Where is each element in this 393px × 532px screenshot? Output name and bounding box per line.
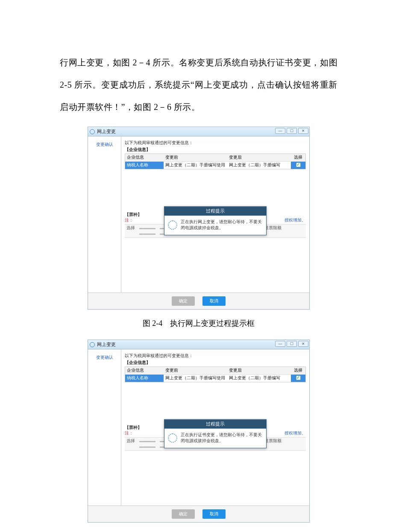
th-info: 企业信息 (125, 367, 164, 374)
auth-link[interactable]: 授权增加。 (284, 218, 306, 223)
section-label: 【企业信息】 (125, 360, 306, 366)
sidebar: 变更确认 (88, 136, 121, 293)
app-icon (90, 129, 95, 134)
cell-name: 纳税人名称 (125, 375, 164, 382)
process-dialog: 过程提示 正在执行网上变更，请您耐心等待，不要关闭电源或拔掉金税盘。 (164, 206, 267, 235)
dialog-text: 正在执行网上变更，请您耐心等待，不要关闭电源或拔掉金税盘。 (181, 219, 263, 231)
minimize-button[interactable]: — (275, 341, 285, 347)
cell-before: 网上变更（二期）手册编写使用 (164, 162, 227, 169)
window-controls: — ☐ ✕ (275, 128, 308, 134)
window-title: 网上变更 (97, 128, 116, 135)
note-label: 【票种】 (125, 212, 142, 217)
spinner-icon (168, 221, 177, 230)
window-controls: — ☐ ✕ (275, 341, 308, 347)
th-select: 选择 (291, 367, 305, 374)
main-panel: 以下为税局审核通过的可变更信息： 【企业信息】 企业信息 变更前 变更后 选择 … (121, 136, 309, 293)
info-table: 企业信息 变更前 变更后 选择 纳税人名称 网上变更（二期）手册编写使用 网上变… (125, 366, 306, 382)
cancel-button[interactable]: 取消 (202, 509, 226, 519)
th-after: 变更后 (227, 367, 291, 374)
cell-name: 纳税人名称 (125, 162, 164, 169)
spinner-icon (168, 434, 177, 443)
maximize-button[interactable]: ☐ (287, 128, 297, 134)
ok-button[interactable]: 确定 (172, 509, 195, 519)
main-panel: 以下为税局审核通过的可变更信息： 【企业信息】 企业信息 变更前 变更后 选择 … (121, 349, 309, 505)
titlebar: 网上变更 — ☐ ✕ (88, 340, 309, 349)
section-label: 【企业信息】 (125, 147, 306, 153)
cell-check[interactable] (291, 375, 305, 382)
th-select: 选择 (291, 154, 305, 161)
checkbox-icon[interactable] (296, 163, 301, 167)
figure-caption-1: 图 2-4 执行网上变更过程提示框 (60, 318, 337, 328)
cell-after: 网上变更（二期）手册编写 (227, 162, 291, 169)
th-after: 变更后 (227, 154, 291, 161)
dialog-title: 过程提示 (164, 207, 266, 216)
t2-select: 选择 (125, 225, 138, 237)
app-window-2: 网上变更 — ☐ ✕ 变更确认 以下为税局审核通过的可变更信息： 【企业信息】 … (88, 340, 310, 523)
titlebar: 网上变更 — ☐ ✕ (88, 127, 309, 136)
panel-header: 以下为税局审核通过的可变更信息： (125, 353, 306, 359)
cancel-button[interactable]: 取消 (202, 296, 226, 306)
dialog-footer: 确定 取消 (88, 293, 309, 309)
table-row[interactable]: 纳税人名称 网上变更（二期）手册编写使用 网上变更（二期）手册编写 (125, 162, 305, 169)
note-prefix: 注： (125, 218, 133, 222)
close-button[interactable]: ✕ (298, 128, 308, 134)
auth-link[interactable]: 授权增加。 (284, 431, 306, 436)
cell-check[interactable] (291, 162, 305, 169)
window-title: 网上变更 (97, 341, 116, 348)
cell-after: 网上变更（二期）手册编写 (227, 375, 291, 382)
maximize-button[interactable]: ☐ (287, 341, 297, 347)
cell-before: 网上变更（二期）手册编写使用 (164, 375, 227, 382)
app-window-1: 网上变更 — ☐ ✕ 变更确认 以下为税局审核通过的可变更信息： 【企业信息】 … (88, 127, 310, 310)
sidebar-item-confirm[interactable]: 变更确认 (88, 353, 121, 362)
t2-select: 选择 (125, 437, 138, 450)
table-row[interactable]: 纳税人名称 网上变更（二期）手册编写使用 网上变更（二期）手册编写 (125, 375, 305, 382)
sidebar: 变更确认 (88, 349, 121, 505)
dialog-title: 过程提示 (164, 420, 266, 429)
sidebar-item-confirm[interactable]: 变更确认 (88, 140, 121, 149)
app-icon (90, 342, 95, 347)
table-header: 企业信息 变更前 变更后 选择 (125, 154, 305, 162)
ok-button[interactable]: 确定 (172, 296, 195, 306)
dialog-text: 正在执行证书变更，请您耐心等待，不要关闭电源或拔掉金税盘。 (181, 432, 263, 444)
process-dialog: 过程提示 正在执行证书变更，请您耐心等待，不要关闭电源或拔掉金税盘。 (164, 419, 267, 448)
dialog-footer: 确定 取消 (88, 505, 309, 522)
body-paragraph: 行网上变更，如图 2－4 所示。名称变更后系统自动执行证书变更，如图 2-5 所… (60, 51, 337, 118)
info-table: 企业信息 变更前 变更后 选择 纳税人名称 网上变更（二期）手册编写使用 网上变… (125, 154, 306, 169)
th-before: 变更前 (164, 367, 227, 374)
note-label: 【票种】 (125, 425, 142, 430)
table-header: 企业信息 变更前 变更后 选择 (125, 367, 305, 375)
minimize-button[interactable]: — (275, 128, 285, 134)
panel-header: 以下为税局审核通过的可变更信息： (125, 140, 306, 146)
checkbox-icon[interactable] (296, 375, 301, 380)
note-prefix: 注： (125, 431, 133, 435)
th-before: 变更前 (164, 154, 227, 161)
close-button[interactable]: ✕ (298, 341, 308, 347)
th-info: 企业信息 (125, 154, 164, 161)
